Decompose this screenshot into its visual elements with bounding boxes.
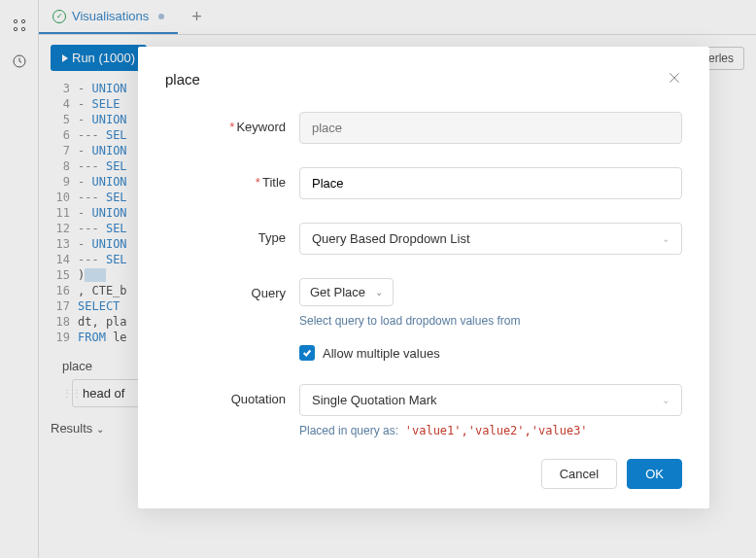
label-keyword: *Keyword bbox=[165, 112, 299, 134]
query-select[interactable]: Get Place ⌄ bbox=[299, 278, 394, 306]
query-hint: Select query to load dropdown values fro… bbox=[299, 314, 682, 328]
quotation-select[interactable]: Single Quotation Mark ⌄ bbox=[299, 384, 682, 416]
label-title: *Title bbox=[165, 167, 299, 190]
query-value: Get Place bbox=[310, 285, 365, 299]
example-text: Placed in query as: 'value1','value2','v… bbox=[299, 424, 682, 437]
cancel-button[interactable]: Cancel bbox=[541, 459, 617, 489]
label-quotation: Quotation bbox=[165, 384, 299, 406]
type-select[interactable]: Query Based Dropdown List ⌄ bbox=[299, 223, 682, 255]
ok-button[interactable]: OK bbox=[627, 459, 682, 489]
parameter-modal: place *Keyword *Title Type Query Based D… bbox=[138, 47, 709, 508]
title-input[interactable] bbox=[299, 167, 682, 199]
label-type: Type bbox=[165, 223, 299, 245]
modal-title: place bbox=[165, 71, 200, 87]
keyword-input bbox=[299, 112, 682, 144]
close-button[interactable] bbox=[667, 70, 682, 88]
chevron-down-icon: ⌄ bbox=[662, 233, 670, 244]
chevron-down-icon: ⌄ bbox=[375, 287, 383, 297]
checkmark-icon bbox=[302, 348, 312, 358]
label-query: Query bbox=[165, 278, 299, 300]
allow-multiple-checkbox[interactable] bbox=[299, 345, 315, 361]
close-icon bbox=[667, 70, 682, 86]
type-value: Query Based Dropdown List bbox=[312, 231, 470, 246]
quotation-value: Single Quotation Mark bbox=[312, 393, 437, 407]
allow-multiple-label: Allow multiple values bbox=[323, 346, 440, 361]
chevron-down-icon: ⌄ bbox=[662, 395, 670, 405]
